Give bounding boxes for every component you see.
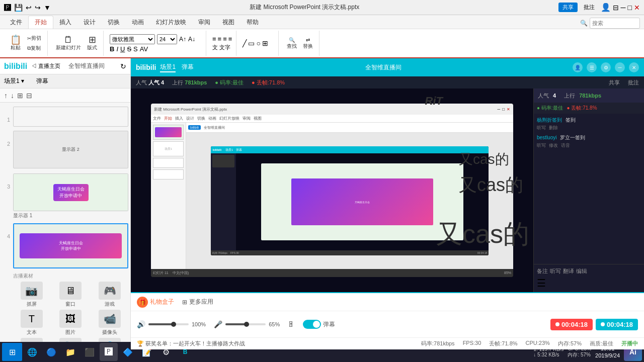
move-up-btn[interactable]: ↑ [4,92,8,100]
align-right-btn[interactable]: ≡ [223,35,227,43]
taskbar-file-explorer[interactable]: 📁 [61,343,79,361]
sort-btn[interactable]: ⊟ [26,92,32,100]
refresh-btn[interactable]: ↻ [120,62,126,70]
danmaku-tab[interactable]: 弹幕 [36,77,48,85]
nested-slide-3[interactable] [153,158,184,168]
taskbar-terminal[interactable]: ⬛ [80,343,99,361]
font-family-select[interactable]: 微软雅黑 [110,34,155,44]
share-btn[interactable]: 共享 [558,3,578,12]
share-stat-btn[interactable]: 共享 [609,79,620,86]
volume-thumb[interactable] [171,322,176,327]
slide-thumb-4[interactable]: 天蝎座生日会开放申请中 [13,223,128,268]
mic-thumb[interactable] [244,322,249,327]
danmaku-nav[interactable]: 弹幕 [182,63,194,72]
shape-rect[interactable]: ▭ [248,39,255,47]
taskbar-ie[interactable]: 🌐 [23,343,41,361]
close-live-btn[interactable]: ✕ [629,62,639,72]
nested-slide-2[interactable]: 场景1 [153,141,184,156]
tab-design[interactable]: 设计 [77,16,102,29]
strikethrough-btn[interactable]: S [127,45,131,53]
settings-btn[interactable]: ⚙ [601,62,611,72]
taskbar-powerpoint[interactable]: 🅿 [100,343,118,361]
justify-btn[interactable]: ≡ [228,35,232,43]
audio-btn[interactable]: 听写 [550,267,561,275]
move-down-btn[interactable]: ↓ [11,92,14,100]
layout-btn[interactable]: ⊞ 版式 [85,34,99,52]
slide-thumb-2[interactable]: 显示器 2 [13,131,128,168]
delete-btn-1[interactable]: 删除 [549,125,558,131]
comment-btn[interactable]: 批注 [580,3,599,12]
italic-btn[interactable]: I [116,45,118,53]
scene-nav-1[interactable]: 场景1 [160,63,176,72]
nested-close[interactable]: ✕ [507,107,510,112]
shadow-btn[interactable]: S [133,45,138,53]
minimize-btn[interactable]: ─ [621,4,626,12]
cut-btn[interactable]: ✂ 剪切 [25,34,43,43]
tab-insert[interactable]: 插入 [53,16,77,29]
listen-btn-1[interactable]: 听写 [537,125,546,131]
close-btn[interactable]: ✕ [634,4,640,12]
tab-slideshow[interactable]: 幻灯片放映 [150,16,192,29]
font-size-select[interactable]: 24 [157,34,177,44]
edit-right-btn[interactable]: 编辑 [576,267,587,275]
tab-home[interactable]: 开始 [28,16,53,29]
save-btn[interactable]: 💾 [14,4,23,12]
translate-btn[interactable]: 翻译 [563,267,574,275]
scene-tab[interactable]: 场景1 ▾ [4,77,24,85]
tab-file[interactable]: 文件 [4,16,28,29]
shape-line[interactable]: ╱ [243,39,247,47]
edit-btn-2[interactable]: 修改 [549,142,558,149]
copy-btn[interactable]: ⧉ 复制 [25,44,43,53]
more-apps-btn[interactable]: ⊞ 更多应用 [182,298,213,306]
increase-font-btn[interactable]: A↑ [179,36,186,43]
resource-game[interactable]: 🎮 游戏 [91,282,128,308]
user-icon-btn[interactable]: 👤 [573,62,583,72]
underline-btn[interactable]: U [120,45,125,53]
nested-minimize[interactable]: ─ [497,107,500,112]
comment-stat-btn[interactable]: 批注 [628,79,639,86]
mic-slider[interactable] [225,323,266,325]
resource-camera[interactable]: 📹 摄像头 [91,310,128,336]
tab-animations[interactable]: 动画 [126,16,150,29]
volume-slider[interactable] [148,323,189,325]
slide-thumb-1[interactable] [13,107,128,127]
resource-text[interactable]: T 文本 [13,310,50,336]
nested-slide-4[interactable] [153,169,184,179]
gift-btn[interactable]: 🎁 礼物盒子 [137,297,174,308]
note-btn[interactable]: 备注 [537,267,548,275]
redo-btn[interactable]: ↪ [35,4,41,12]
bold-btn[interactable]: B [110,45,114,53]
back-icon[interactable]: ◁ 直播主页 [31,62,60,70]
tab-help[interactable]: 帮助 [240,16,265,29]
tab-transitions[interactable]: 切换 [102,16,126,29]
listen-btn-2[interactable]: 听写 [537,142,546,149]
search-input[interactable] [590,18,640,29]
paste-btn[interactable]: 📋 粘贴 [8,34,23,52]
convert-btn[interactable]: 文字 [219,44,230,51]
align-left-btn[interactable]: ≡ [212,35,216,43]
timer-blue[interactable]: 00:04:18 [596,319,638,330]
toggle-track[interactable] [303,320,321,329]
account-icon[interactable]: 👤 [601,3,611,12]
decrease-font-btn[interactable]: A↓ [188,36,195,43]
more-btn[interactable]: ▼ [44,4,51,12]
speak-btn-2[interactable]: 语音 [561,142,570,149]
shape-more[interactable]: ⊞ [262,39,268,47]
minimize-live-btn[interactable]: ─ [615,62,625,72]
maximize-btn[interactable]: □ [628,4,632,12]
resource-capture[interactable]: 📷 抓屏 [13,282,50,308]
new-slide-btn[interactable]: 🗒 新建幻灯片 [54,34,83,52]
shape-ellipse[interactable]: ○ [256,39,260,47]
taskbar-chrome[interactable]: 🔵 [42,343,60,361]
ribbon-toggle[interactable]: ⊟ [613,4,619,12]
tab-review[interactable]: 审阅 [192,16,216,29]
nested-slide-1[interactable] [153,125,184,140]
charspacing-btn[interactable]: AV [140,45,148,53]
find-btn[interactable]: 🔍 查找 [285,36,299,51]
resource-image[interactable]: 🖼 图片 [52,310,90,336]
replace-btn[interactable]: ⇄ 替换 [301,36,315,51]
split-btn[interactable]: ⊞ [17,92,23,100]
tab-view[interactable]: 视图 [216,16,240,29]
menu-btn[interactable]: ☰ [587,62,597,72]
undo-btn[interactable]: ↩ [26,4,32,12]
